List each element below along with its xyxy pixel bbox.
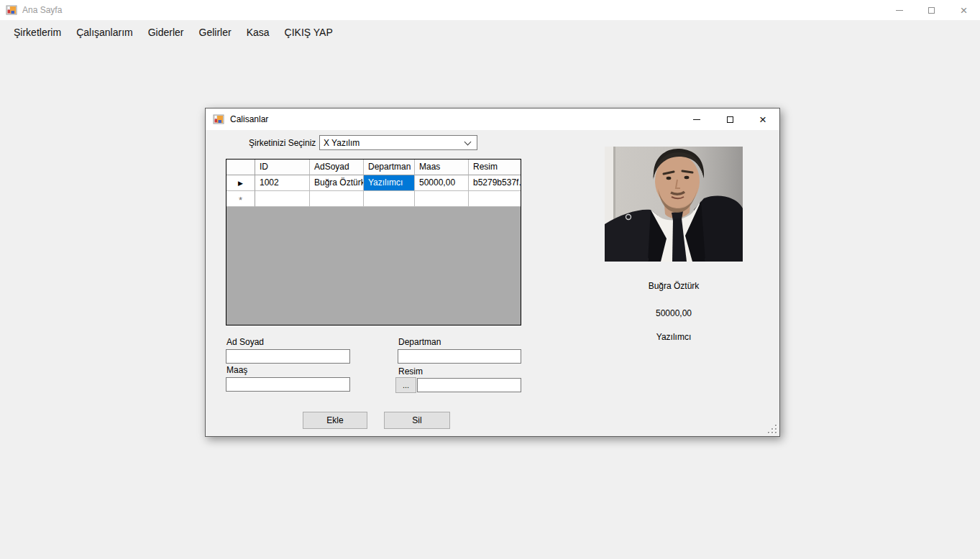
departman-label: Departman bbox=[398, 337, 441, 347]
resim-input[interactable] bbox=[417, 378, 521, 392]
preview-department: Yazılımcı bbox=[605, 332, 743, 342]
grid-cell-id[interactable]: 1002 bbox=[255, 175, 310, 191]
window-title: Ana Sayfa bbox=[22, 5, 62, 15]
dialog-calisanlar: Calisanlar × Şirketinizi Seçiniz X Yazıl… bbox=[205, 108, 780, 437]
close-icon: × bbox=[961, 4, 968, 17]
grid-cell-adsoyad[interactable]: Buğra Öztürk bbox=[310, 175, 364, 191]
grid-new-row: * bbox=[226, 191, 521, 207]
employee-photo bbox=[605, 147, 743, 262]
minimize-button[interactable] bbox=[883, 0, 915, 20]
grid-row-selector[interactable]: ▶ bbox=[226, 175, 255, 191]
grid-cell-departman-selected[interactable]: Yazılımcı bbox=[364, 175, 415, 191]
menu-item-giderler[interactable]: Giderler bbox=[142, 22, 191, 42]
main-window-controls: × bbox=[883, 0, 980, 20]
grid-new-row-selector[interactable]: * bbox=[226, 191, 255, 207]
company-picker-label: Şirketinizi Seçiniz bbox=[249, 138, 316, 148]
grid-header-id[interactable]: ID bbox=[255, 160, 310, 175]
sil-button[interactable]: Sil bbox=[384, 412, 450, 429]
dialog-minimize-button[interactable] bbox=[680, 108, 713, 130]
grid-new-cell-adsoyad[interactable] bbox=[310, 191, 364, 207]
current-row-arrow-icon: ▶ bbox=[238, 180, 243, 187]
app-icon bbox=[6, 4, 17, 16]
menu-item-kasa[interactable]: Kasa bbox=[240, 22, 276, 42]
dialog-body: Şirketinizi Seçiniz X Yazılım ID AdSoyad… bbox=[206, 130, 779, 436]
grid-header-resim[interactable]: Resim bbox=[469, 160, 521, 175]
browse-resim-button[interactable]: ... bbox=[395, 377, 416, 393]
grid-header-adsoyad[interactable]: AdSoyad bbox=[310, 160, 364, 175]
new-row-asterisk-icon: * bbox=[239, 195, 242, 205]
dialog-app-icon bbox=[213, 114, 224, 125]
menu-item-sirketlerim[interactable]: Şirketlerim bbox=[7, 22, 68, 42]
grid-header-maas[interactable]: Maas bbox=[415, 160, 469, 175]
menu-item-gelirler[interactable]: Gelirler bbox=[193, 22, 238, 42]
grid-cell-maas[interactable]: 50000,00 bbox=[415, 175, 469, 191]
grid-new-cell-departman[interactable] bbox=[364, 191, 415, 207]
menu-item-calisanlarim[interactable]: Çalışanlarım bbox=[70, 22, 139, 42]
grid-header-departman[interactable]: Departman bbox=[364, 160, 415, 175]
main-titlebar[interactable]: Ana Sayfa × bbox=[0, 0, 980, 20]
preview-salary: 50000,00 bbox=[605, 308, 743, 318]
adsoyad-input[interactable] bbox=[226, 349, 350, 364]
menubar: Şirketlerim Çalışanlarım Giderler Gelirl… bbox=[0, 20, 980, 45]
close-icon: × bbox=[759, 114, 766, 126]
resim-label: Resim bbox=[398, 366, 423, 376]
grid-header-row: ID AdSoyad Departman Maas Resim bbox=[226, 160, 521, 175]
grid-new-cell-resim[interactable] bbox=[469, 191, 521, 207]
grid-new-cell-id[interactable] bbox=[255, 191, 310, 207]
grid-new-cell-maas[interactable] bbox=[415, 191, 469, 207]
menu-item-cikis-yap[interactable]: ÇIKIŞ YAP bbox=[278, 22, 339, 42]
minimize-icon bbox=[693, 119, 700, 120]
dialog-title: Calisanlar bbox=[230, 114, 268, 124]
adsoyad-label: Ad Soyad bbox=[226, 337, 264, 347]
chevron-down-icon bbox=[464, 139, 472, 146]
company-combobox-value: X Yazılım bbox=[324, 138, 360, 148]
maximize-icon bbox=[928, 7, 935, 14]
departman-input[interactable] bbox=[398, 349, 521, 364]
grid-header-selector bbox=[226, 160, 255, 175]
close-button[interactable]: × bbox=[948, 0, 980, 20]
dialog-titlebar[interactable]: Calisanlar × bbox=[206, 108, 779, 130]
dialog-maximize-button[interactable] bbox=[713, 108, 746, 130]
maximize-icon bbox=[727, 116, 733, 123]
minimize-icon bbox=[896, 10, 903, 11]
maas-label: Maaş bbox=[226, 365, 247, 375]
company-combobox[interactable]: X Yazılım bbox=[319, 135, 477, 150]
maas-input[interactable] bbox=[226, 377, 350, 392]
dialog-close-button[interactable]: × bbox=[746, 108, 779, 130]
grid-cell-resim[interactable]: b5279b537f... bbox=[469, 175, 521, 191]
maximize-button[interactable] bbox=[915, 0, 948, 20]
preview-name: Buğra Öztürk bbox=[605, 281, 743, 291]
employees-datagrid: ID AdSoyad Departman Maas Resim ▶ 1002 B… bbox=[226, 159, 521, 325]
ekle-button[interactable]: Ekle bbox=[303, 412, 367, 429]
grid-data-row: ▶ 1002 Buğra Öztürk Yazılımcı 50000,00 b… bbox=[226, 175, 521, 191]
resize-grip[interactable] bbox=[768, 425, 777, 434]
dialog-window-controls: × bbox=[680, 108, 779, 130]
